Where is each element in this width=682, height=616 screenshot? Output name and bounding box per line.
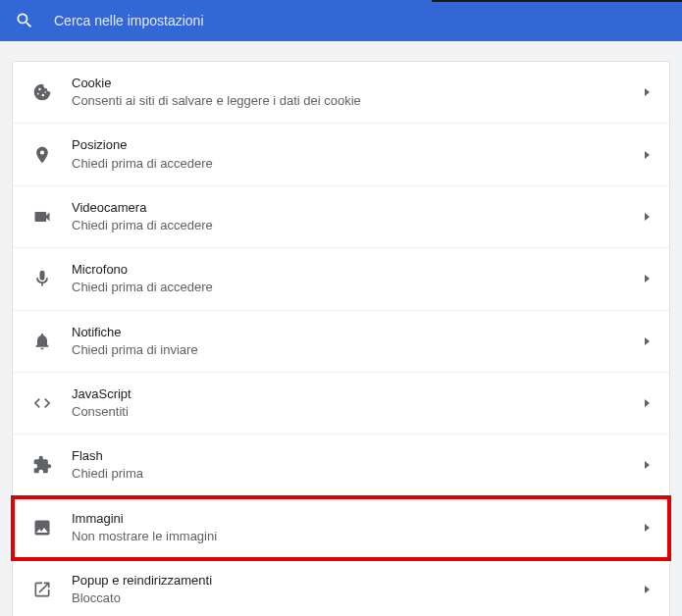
search-input[interactable] <box>54 13 667 28</box>
search-icon <box>15 11 34 30</box>
search-bar[interactable] <box>0 0 682 41</box>
settings-row-microphone[interactable]: Microfono Chiedi prima di accedere <box>13 248 669 310</box>
row-subtitle: Non mostrare le immagini <box>72 528 645 545</box>
settings-row-images[interactable]: Immagini Non mostrare le immagini <box>13 497 669 559</box>
row-text: Immagini Non mostrare le immagini <box>72 510 645 545</box>
row-title: Videocamera <box>72 199 645 217</box>
image-icon <box>32 518 52 538</box>
chevron-right-icon <box>645 461 650 469</box>
row-subtitle: Chiedi prima di accedere <box>72 155 645 173</box>
row-subtitle: Chiedi prima di inviare <box>72 341 645 359</box>
row-title: Posizione <box>72 136 645 154</box>
settings-list: Cookie Consenti ai siti di salvare e leg… <box>12 61 670 616</box>
row-text: Microfono Chiedi prima di accedere <box>72 261 645 296</box>
row-text: Videocamera Chiedi prima di accedere <box>72 199 645 234</box>
row-title: Flash <box>72 447 645 465</box>
row-subtitle: Bloccato <box>72 590 645 607</box>
row-title: Microfono <box>72 261 645 279</box>
settings-row-notifications[interactable]: Notifiche Chiedi prima di inviare <box>13 311 669 373</box>
settings-row-location[interactable]: Posizione Chiedi prima di accedere <box>13 124 669 185</box>
row-text: Flash Chiedi prima <box>72 447 645 483</box>
row-text: JavaScript Consentiti <box>72 385 645 421</box>
settings-row-flash[interactable]: Flash Chiedi prima <box>13 435 669 496</box>
row-text: Posizione Chiedi prima di accedere <box>72 136 645 172</box>
row-subtitle: Chiedi prima <box>72 465 645 483</box>
settings-row-popups[interactable]: Popup e reindirizzamenti Bloccato <box>13 559 669 616</box>
cookie-icon <box>32 82 52 102</box>
row-title: Notifiche <box>72 324 645 341</box>
chevron-right-icon <box>645 275 650 282</box>
bell-icon <box>32 332 52 351</box>
row-title: JavaScript <box>72 385 645 403</box>
chevron-right-icon <box>645 88 650 96</box>
settings-row-cookie[interactable]: Cookie Consenti ai siti di salvare e leg… <box>13 62 669 124</box>
chevron-right-icon <box>645 337 650 345</box>
extension-icon <box>32 455 52 475</box>
microphone-icon <box>32 269 52 288</box>
row-subtitle: Consenti ai siti di salvare e leggere i … <box>72 92 645 110</box>
row-text: Notifiche Chiedi prima di inviare <box>72 324 645 359</box>
chevron-right-icon <box>645 399 650 407</box>
chevron-right-icon <box>645 151 650 159</box>
row-title: Immagini <box>72 510 645 528</box>
chevron-right-icon <box>645 213 650 221</box>
location-icon <box>32 145 52 165</box>
popup-icon <box>32 580 52 599</box>
row-subtitle: Consentiti <box>72 403 645 421</box>
camera-icon <box>32 207 52 227</box>
row-text: Cookie Consenti ai siti di salvare e leg… <box>72 75 645 110</box>
settings-row-camera[interactable]: Videocamera Chiedi prima di accedere <box>13 186 669 248</box>
row-title: Popup e reindirizzamenti <box>72 572 645 590</box>
chevron-right-icon <box>645 586 650 593</box>
row-subtitle: Chiedi prima di accedere <box>72 217 645 234</box>
settings-row-javascript[interactable]: JavaScript Consentiti <box>13 373 669 435</box>
row-text: Popup e reindirizzamenti Bloccato <box>72 572 645 607</box>
row-subtitle: Chiedi prima di accedere <box>72 279 645 296</box>
chevron-right-icon <box>645 524 650 532</box>
code-icon <box>32 393 52 413</box>
row-title: Cookie <box>72 75 645 92</box>
